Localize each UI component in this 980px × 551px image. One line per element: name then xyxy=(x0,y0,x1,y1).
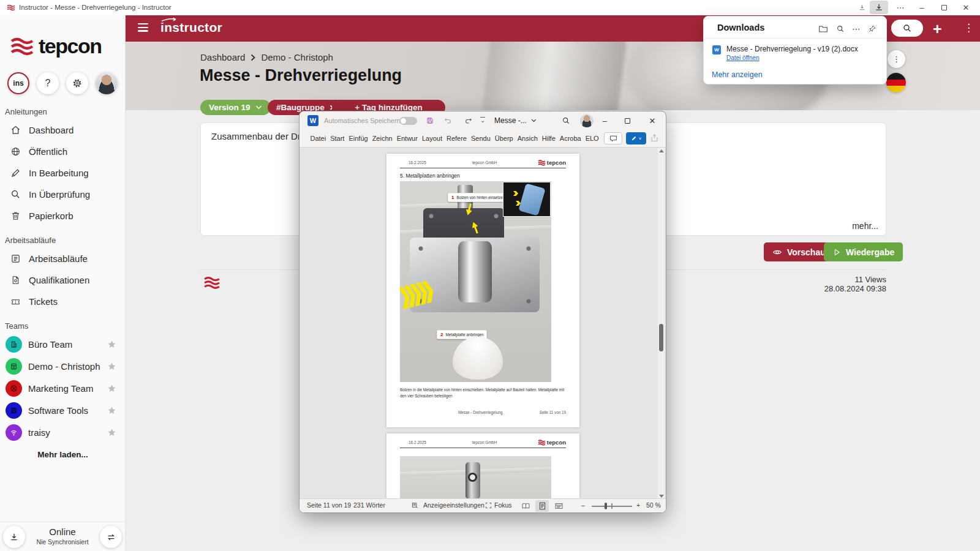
tab-start[interactable]: Start xyxy=(328,135,347,142)
tab-sendungen[interactable]: Sendu xyxy=(469,135,492,142)
tab-hilfe[interactable]: Hilfe xyxy=(540,135,557,142)
sync-button[interactable] xyxy=(100,526,122,548)
favorite-star-icon[interactable] xyxy=(107,361,117,372)
instructor-badge-button[interactable]: ins xyxy=(7,72,29,94)
word-titlebar[interactable]: W Automatisches Speichern ⌄ Messe -... –… xyxy=(300,111,666,130)
autosave-toggle[interactable] xyxy=(399,117,417,125)
tab-layout[interactable]: Layout xyxy=(420,135,444,142)
downloaded-file-name[interactable]: Messe - Drehverriegelung - v19 (2).docx xyxy=(726,45,858,53)
download-arrow-icon[interactable] xyxy=(853,0,871,15)
view-read-mode-button[interactable] xyxy=(519,500,532,512)
status-word-count[interactable]: 231 Wörter xyxy=(353,501,385,509)
tab-acrobat[interactable]: Acroba xyxy=(557,135,583,142)
breadcrumb-current[interactable]: Demo - Christoph xyxy=(261,52,333,62)
save-icon[interactable] xyxy=(426,116,434,125)
status-page-info[interactable]: Seite 11 von 19 xyxy=(307,501,351,509)
load-more-link[interactable]: Mehr laden... xyxy=(0,450,126,459)
sidebar-item-oeffentlich[interactable]: Öffentlich xyxy=(0,142,125,160)
team-item-traisy[interactable]: traisy xyxy=(0,422,125,443)
pin-downloads-button[interactable] xyxy=(865,23,879,34)
undo-icon[interactable] xyxy=(443,116,453,125)
browser-close-button[interactable]: ✕ xyxy=(957,0,975,15)
search-icon xyxy=(836,24,845,33)
document-name-dropdown[interactable]: Messe -... xyxy=(494,116,537,125)
word-app-icon: W xyxy=(307,115,318,126)
favorite-star-icon[interactable] xyxy=(107,427,117,438)
browser-maximize-button[interactable] xyxy=(935,0,953,15)
show-more-downloads-link[interactable]: Mehr anzeigen xyxy=(712,70,763,79)
quick-access-toolbar-chevron[interactable]: ⌄ xyxy=(480,117,485,124)
zoom-out-button[interactable]: – xyxy=(581,501,585,509)
search-downloads-button[interactable] xyxy=(834,23,847,34)
sidebar-item-arbeitsablaeufe[interactable]: Arbeitsabläufe xyxy=(0,249,125,268)
browser-minimize-button[interactable]: – xyxy=(913,0,931,15)
hamburger-menu-button[interactable] xyxy=(138,23,148,34)
browser-more-button[interactable]: ⋯ xyxy=(891,0,910,15)
share-icon[interactable] xyxy=(650,133,659,143)
tab-ansicht[interactable]: Ansich xyxy=(515,135,540,142)
comments-button[interactable] xyxy=(604,132,622,144)
status-focus[interactable]: Fokus xyxy=(485,501,512,509)
tab-einfuegen[interactable]: Einfüg xyxy=(347,135,370,142)
sidebar-item-label: Tickets xyxy=(29,296,58,307)
sidebar-item-in-bearbeitung[interactable]: In Bearbeitung xyxy=(0,163,125,182)
sidebar-item-qualifikationen[interactable]: Qualifikationen xyxy=(0,271,125,289)
tab-entwurf[interactable]: Entwur xyxy=(394,135,420,142)
word-search-icon[interactable] xyxy=(562,116,570,125)
tab-zeichnen[interactable]: Zeichn xyxy=(370,135,394,142)
document-page-11: 16.2.2025 tepcon GmbH tepcon 5. Metallpl… xyxy=(386,154,579,427)
editing-mode-button[interactable]: ˅ xyxy=(626,132,646,144)
header-search-button[interactable] xyxy=(891,20,923,37)
play-button[interactable]: Wiedergabe xyxy=(824,242,903,261)
eye-icon xyxy=(772,247,782,257)
help-button[interactable]: ? xyxy=(37,72,59,94)
team-item-software-tools[interactable]: Software Tools xyxy=(0,400,125,421)
version-pill[interactable]: Version 19 xyxy=(200,100,271,115)
redo-icon[interactable] xyxy=(464,116,473,125)
settings-button[interactable] xyxy=(66,72,88,94)
page-kebab-menu[interactable]: ⋮ xyxy=(888,50,905,68)
favorite-star-icon[interactable] xyxy=(107,405,117,416)
word-minimize-button[interactable]: – xyxy=(595,111,614,130)
tab-elo[interactable]: ELO xyxy=(583,135,601,142)
team-item-marketing-team[interactable]: Marketing Team xyxy=(0,378,125,399)
sidebar: tepcon ins ? Anleitungen Dashboard Öffen… xyxy=(0,15,126,551)
zoom-in-button[interactable]: + xyxy=(636,501,640,509)
open-file-link[interactable]: Datei öffnen xyxy=(726,54,760,61)
scroll-down-arrow[interactable] xyxy=(659,495,664,498)
user-avatar[interactable] xyxy=(96,72,118,94)
sidebar-item-label: Arbeitsabläufe xyxy=(29,253,88,264)
sidebar-item-papierkorb[interactable]: Papierkorb xyxy=(0,206,125,225)
word-close-button[interactable]: ✕ xyxy=(643,111,662,130)
sidebar-item-dashboard[interactable]: Dashboard xyxy=(0,121,125,139)
downloads-button[interactable] xyxy=(870,1,888,14)
downloads-more-options-button[interactable]: ⋯ xyxy=(850,23,863,34)
more-link[interactable]: mehr... xyxy=(852,221,878,231)
status-display-settings[interactable]: Anzeigeeinstellungen xyxy=(412,501,484,509)
word-maximize-button[interactable] xyxy=(617,111,637,130)
team-item-buero-team[interactable]: Büro Team xyxy=(0,334,125,354)
document-scrollbar[interactable] xyxy=(658,148,665,500)
tab-datei[interactable]: Datei xyxy=(308,135,328,142)
zoom-level[interactable]: 50 % xyxy=(646,501,661,509)
zoom-slider-thumb[interactable] xyxy=(605,503,607,509)
tab-referenzen[interactable]: Refere xyxy=(444,135,469,142)
sidebar-item-in-ueberpruefung[interactable]: In Überprüfung xyxy=(0,185,125,203)
view-print-layout-button[interactable] xyxy=(535,500,549,512)
breadcrumb-dashboard-link[interactable]: Dashboard xyxy=(200,52,245,62)
language-flag-german[interactable] xyxy=(886,73,906,92)
word-account-avatar[interactable] xyxy=(580,114,594,127)
word-document-area[interactable]: ˄ 16.2.2025 tepcon GmbH tepcon 5. Metall… xyxy=(300,148,666,500)
scroll-up-arrow[interactable] xyxy=(659,149,664,152)
view-web-layout-button[interactable] xyxy=(552,500,565,512)
favorite-star-icon[interactable] xyxy=(107,339,117,350)
favorite-star-icon[interactable] xyxy=(107,383,117,394)
add-button[interactable]: + xyxy=(933,20,942,38)
sidebar-item-tickets[interactable]: Tickets xyxy=(0,292,125,310)
scrollbar-thumb[interactable] xyxy=(659,324,663,351)
chevron-down-icon xyxy=(531,119,537,122)
team-item-demo-christoph[interactable]: Demo - Christoph xyxy=(0,356,125,377)
tab-ueberpruefen[interactable]: Überp xyxy=(492,135,515,142)
open-downloads-folder-button[interactable] xyxy=(816,23,830,34)
header-kebab-menu[interactable]: ⋮ xyxy=(963,21,974,34)
